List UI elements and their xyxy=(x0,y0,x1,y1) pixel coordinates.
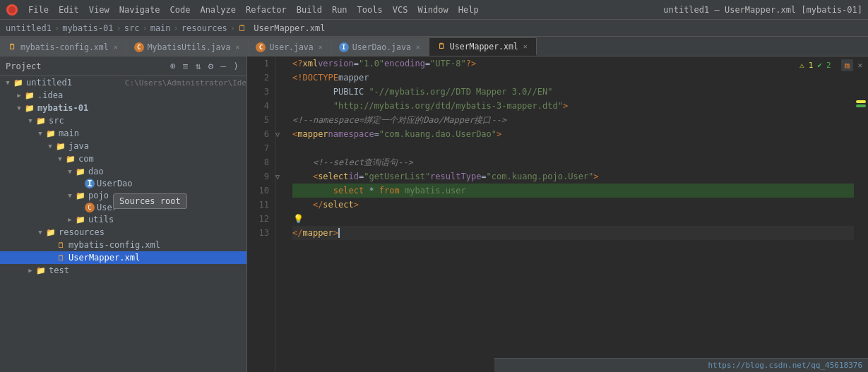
menu-run[interactable]: Run xyxy=(328,4,352,16)
code-line-5: <!--namespace=绑定一个对应的Dao/Mapper接口--> xyxy=(292,113,854,127)
label-userdao: UserDao xyxy=(97,179,246,188)
toolbar-sort[interactable]: ⇅ xyxy=(194,60,203,72)
arrow-pojo: ▼ xyxy=(65,191,75,200)
svg-point-1 xyxy=(8,6,16,13)
tree-item-dao[interactable]: ▼ 📁 dao xyxy=(0,165,246,178)
menu-analyze[interactable]: Analyze xyxy=(196,4,240,16)
tab-userdao[interactable]: I UserDao.java ✕ xyxy=(332,37,429,56)
main-layout: Project ⊕ ≡ ⇅ ⚙ — ) ▼ 📁 untitled1 C:\Use… xyxy=(0,56,868,372)
menu-navigate[interactable]: Navigate xyxy=(115,4,165,16)
toolbar-minimize[interactable]: — xyxy=(218,60,228,72)
icon-test: 📁 xyxy=(35,265,47,276)
label-untitled1: untitled1 xyxy=(26,78,122,88)
arrow-untitled1: ▼ xyxy=(3,78,13,88)
tab-close-usermapper[interactable]: ✕ xyxy=(522,42,529,51)
tab-mybatis-config[interactable]: 🗒 mybatis-config.xml ✕ xyxy=(0,37,127,56)
label-test: test xyxy=(49,265,246,275)
menu-window[interactable]: Window xyxy=(413,4,452,16)
toolbar-expand[interactable]: ≡ xyxy=(181,60,191,72)
label-mybatis01: mybatis-01 xyxy=(37,103,246,113)
tab-label-userdao: UserDao.java xyxy=(352,42,411,52)
app-logo xyxy=(6,4,18,16)
sub-untitled1: C:\Users\Administrator\Ide xyxy=(125,78,246,88)
breadcrumb-untitled1[interactable]: untitled1 xyxy=(6,23,52,33)
menu-vcs[interactable]: VCS xyxy=(388,4,412,16)
tree-item-main[interactable]: ▼ 📁 main xyxy=(0,127,246,140)
close-overlay-icon[interactable]: ✕ xyxy=(857,61,862,70)
tab-label-mybatisutils: MybatisUtils.java xyxy=(148,42,231,52)
menu-code[interactable]: Code xyxy=(166,4,195,16)
tree-item-userdao[interactable]: I UserDao xyxy=(0,178,246,189)
editor-content: 1 2 3 4 5 6 7 8 9 10 11 12 13 xyxy=(247,56,868,372)
tab-user-java[interactable]: C User.java ✕ xyxy=(249,37,331,56)
label-idea: .idea xyxy=(37,90,246,100)
sidebar-header: Project ⊕ ≡ ⇅ ⚙ — ) xyxy=(0,56,246,76)
code-line-9: <select id="getUserList" resultType="com… xyxy=(292,169,854,184)
toolbar-settings[interactable]: ⚙ xyxy=(206,60,216,72)
label-resources: resources xyxy=(59,227,246,237)
tab-close-user-java[interactable]: ✕ xyxy=(317,42,324,52)
tree-item-untitled1[interactable]: ▼ 📁 untitled1 C:\Users\Administrator\Ide xyxy=(0,76,246,89)
tree-item-java[interactable]: ▼ 📁 java xyxy=(0,140,246,152)
breadcrumb-src[interactable]: src xyxy=(124,23,140,33)
label-dao: dao xyxy=(88,167,246,176)
tree-item-utils[interactable]: ▶ 📁 utils xyxy=(0,213,246,226)
xml-active-icon: 🗒 xyxy=(436,42,446,52)
fold-gutter: ▽ ▽ xyxy=(275,56,285,372)
gutter-warning-marker xyxy=(856,100,866,103)
code-line-3: PUBLIC "-//mybatis.org//DTD Mapper 3.0//… xyxy=(292,85,854,99)
tab-close-mybatisutils[interactable]: ✕ xyxy=(234,42,241,52)
tree-item-usermapper-xml[interactable]: 🗒 UserMapper.xml xyxy=(0,251,246,264)
fold-mapper[interactable]: ▽ xyxy=(275,131,280,138)
menu-view[interactable]: View xyxy=(85,4,114,16)
tree-item-mybatis01[interactable]: ▼ 📁 mybatis-01 xyxy=(0,102,246,114)
fold-select[interactable]: ▽ xyxy=(275,173,280,181)
code-line-12: 💡 xyxy=(292,212,854,226)
arrow-utils: ▶ xyxy=(65,215,75,224)
tab-label-usermapper: UserMapper.xml xyxy=(450,42,518,52)
tab-mybatisutils[interactable]: C MybatisUtils.java ✕ xyxy=(127,37,249,56)
breadcrumb-usermapper[interactable]: 🗒 UserMapper.xml xyxy=(238,23,325,33)
toolbar-add[interactable]: ⊕ xyxy=(168,60,178,72)
tab-usermapper[interactable]: 🗒 UserMapper.xml ✕ xyxy=(429,37,537,56)
sources-root-tooltip: Sources root xyxy=(113,193,187,209)
right-gutter xyxy=(854,56,868,372)
code-line-11: </select> xyxy=(292,198,854,212)
tree-item-resources[interactable]: ▼ 📁 resources xyxy=(0,226,246,239)
tab-close-mybatis-config[interactable]: ✕ xyxy=(112,42,119,52)
toolbar-close[interactable]: ) xyxy=(231,60,241,72)
label-usermapper-xml: UserMapper.xml xyxy=(69,253,246,263)
breadcrumb-mybatis01[interactable]: mybatis-01 xyxy=(62,23,113,33)
tab-close-userdao[interactable]: ✕ xyxy=(415,42,422,52)
editor-status: ⚠ 1 ✔ 2 m ✕ xyxy=(794,56,868,74)
arrow-resources: ▼ xyxy=(35,227,45,237)
tree-item-idea[interactable]: ▶ 📁 .idea xyxy=(0,89,246,102)
menu-tools[interactable]: Tools xyxy=(353,4,387,16)
menu-help[interactable]: Help xyxy=(454,4,483,16)
menu-file[interactable]: File xyxy=(24,4,53,16)
m-badge: m xyxy=(841,59,854,71)
warning-count: 1 xyxy=(809,61,814,70)
menu-refactor[interactable]: Refactor xyxy=(242,4,291,16)
code-line-13: </mapper> xyxy=(292,226,854,240)
tree-item-test[interactable]: ▶ 📁 test xyxy=(0,264,246,277)
arrow-src: ▼ xyxy=(25,116,35,126)
menu-build[interactable]: Build xyxy=(292,4,326,16)
bottom-link: https://blog.csdn.net/qq_45618376 xyxy=(708,361,862,370)
sidebar-toolbar: ⊕ ≡ ⇅ ⚙ — ) xyxy=(168,60,241,72)
icon-src: 📁 xyxy=(35,115,47,126)
tree-item-src[interactable]: ▼ 📁 src xyxy=(0,114,246,127)
line-numbers: 1 2 3 4 5 6 7 8 9 10 11 12 13 xyxy=(247,56,275,372)
breadcrumb: untitled1 › mybatis-01 › src › main › re… xyxy=(0,20,868,37)
menu-edit[interactable]: Edit xyxy=(54,4,83,16)
arrow-idea: ▶ xyxy=(14,90,24,100)
java-i-icon: I xyxy=(339,42,349,52)
code-line-6: <mapper namespace="com.kuang.dao.UserDao… xyxy=(292,127,854,141)
label-main: main xyxy=(59,128,246,138)
breadcrumb-main[interactable]: main xyxy=(150,23,171,33)
tree-item-com[interactable]: ▼ 📁 com xyxy=(0,152,246,165)
sidebar-tree: ▼ 📁 untitled1 C:\Users\Administrator\Ide… xyxy=(0,76,246,372)
tree-item-mybatis-config-xml[interactable]: 🗒 mybatis-config.xml xyxy=(0,239,246,251)
code-area[interactable]: <?xml version="1.0" encoding="UTF-8" ?> … xyxy=(285,56,854,372)
breadcrumb-resources[interactable]: resources xyxy=(182,23,227,33)
